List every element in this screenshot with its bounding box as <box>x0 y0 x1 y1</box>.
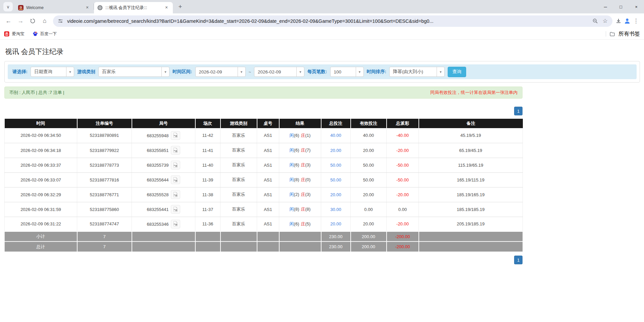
game-kind-select[interactable]: 百家乐 ▾ <box>98 67 169 77</box>
page-1-button[interactable]: 1 <box>514 107 523 115</box>
video-replay-button[interactable] <box>171 175 180 184</box>
banker-result: 庄 <box>301 148 305 153</box>
date-end-select[interactable]: 2026-02-09 ▾ <box>254 67 304 77</box>
baidu-paw-icon <box>33 31 38 37</box>
table-header-row: 时间注单编号局号场次游戏类别桌号结果总投注有效投注总派彩备注 <box>5 119 523 128</box>
records-table-body: 2026-02-09 06:34:50 523188780891 6832559… <box>5 128 523 231</box>
video-replay-button[interactable] <box>171 220 180 228</box>
result-cell: 闲(8)庄(8) <box>279 202 321 217</box>
bookmark-taobao[interactable]: 爱淘宝 <box>4 31 24 37</box>
search-button[interactable]: 查询 <box>448 67 466 77</box>
query-type-select[interactable]: 日期查询 ▾ <box>31 67 74 77</box>
remark-cell: 45.19/5.19 <box>419 128 523 143</box>
new-tab-button[interactable]: + <box>176 2 185 11</box>
tab-bar: ∨ Welcome × :::视讯 会员下注纪录::: × + ─ □ × <box>0 0 644 13</box>
table-no-cell: AS1 <box>257 172 279 187</box>
total-row: 总计 7 230.00 200.00 -200.00 <box>5 241 523 252</box>
bookmark-baidu[interactable]: 百度一下 <box>33 31 57 37</box>
per-page-select[interactable]: 100 ▾ <box>330 67 364 77</box>
table-row: 2026-02-09 06:34:50 523188780891 6832559… <box>5 128 523 143</box>
table-no-cell: AS1 <box>257 143 279 158</box>
time-cell: 2026-02-09 06:33:07 <box>5 172 77 187</box>
session-cell: 11-41 <box>195 143 220 158</box>
table-no-cell: AS1 <box>257 158 279 172</box>
menu-icon[interactable]: ⋮ <box>633 18 639 24</box>
game-kind-cell: 百家乐 <box>220 172 257 187</box>
game-kind-cell: 百家乐 <box>220 187 257 202</box>
tab-welcome[interactable]: Welcome × <box>15 2 94 13</box>
currency-summary: 币别 : 人民币 | 总共 :7 注单 | <box>9 90 64 96</box>
total-payout: -200.00 <box>387 241 419 252</box>
reload-icon <box>30 18 36 24</box>
reload-button[interactable] <box>27 15 38 27</box>
chevron-down-icon: ▾ <box>356 67 363 76</box>
minimize-button[interactable]: ─ <box>598 0 613 13</box>
session-cell: 11-40 <box>195 158 220 172</box>
video-replay-button[interactable] <box>171 161 180 169</box>
per-page-label: 每页笔数: <box>307 69 327 75</box>
bookmark-star-icon[interactable]: ☆ <box>602 18 608 24</box>
total-bet-cell: 20.00 <box>321 187 351 202</box>
video-replay-button[interactable] <box>171 146 180 155</box>
bet-id-cell: 523188774747 <box>77 217 132 231</box>
banker-result: 庄 <box>301 207 305 212</box>
back-button[interactable]: ← <box>3 15 14 27</box>
round-cell: 683255644 <box>132 172 195 187</box>
page-1-button[interactable]: 1 <box>514 256 523 264</box>
globe-icon <box>97 5 103 10</box>
tab-betrecord[interactable]: :::视讯 会员下注纪录::: × <box>94 2 173 13</box>
result-cell: 闲(6)庄(7) <box>279 143 321 158</box>
video-replay-button[interactable] <box>171 205 180 214</box>
table-header-cell: 总派彩 <box>387 119 419 128</box>
window-controls: ─ □ × <box>598 0 644 13</box>
payout-cell: -20.00 <box>387 143 419 158</box>
bookmarks-bar: 爱淘宝 百度一下 所有书签 <box>0 29 644 40</box>
chevron-down-icon: ▾ <box>437 67 444 76</box>
round-id: 683255346 <box>147 221 168 226</box>
table-row: 2026-02-09 06:32:29 523188776771 6832555… <box>5 187 523 202</box>
bet-id-cell: 523188777816 <box>77 172 132 187</box>
date-start-select[interactable]: 2026-02-09 ▾ <box>195 67 246 77</box>
tab-search-button[interactable]: ∨ <box>3 2 13 11</box>
forward-button[interactable]: → <box>15 15 26 27</box>
round-id: 683255644 <box>147 177 168 182</box>
zoom-icon[interactable] <box>592 18 598 24</box>
folder-icon <box>609 31 615 37</box>
game-kind-cell: 百家乐 <box>220 202 257 217</box>
video-replay-button[interactable] <box>171 131 180 140</box>
table-header-cell: 局号 <box>132 119 195 128</box>
round-cell: 683255528 <box>132 187 195 202</box>
tab-title: :::视讯 会员下注纪录::: <box>105 5 161 11</box>
all-bookmarks[interactable]: 所有书签 <box>606 31 640 38</box>
site-info-icon[interactable] <box>57 18 64 24</box>
summary-bar: 币别 : 人民币 | 总共 :7 注单 | 同局有效投注，统一计算在该局第一张注… <box>4 87 523 99</box>
table-header-cell: 结果 <box>279 119 321 128</box>
payout-cell: -50.00 <box>387 172 419 187</box>
maximize-button[interactable]: □ <box>613 0 629 13</box>
pagination-top: 1 <box>4 107 523 115</box>
downloads-icon[interactable] <box>615 18 622 24</box>
total-count: 7 <box>77 241 132 252</box>
video-file-icon <box>172 162 179 168</box>
address-bar[interactable]: videoie.com/game/betrecord_search/kind3?… <box>53 15 612 27</box>
tab-close-icon[interactable]: × <box>84 5 90 11</box>
banker-result: 庄 <box>301 192 305 197</box>
sort-select[interactable]: 降幂(由大到小) ▾ <box>389 67 445 77</box>
profile-icon[interactable] <box>624 18 631 24</box>
subtotal-row: 小计 7 230.00 200.00 -200.00 <box>5 231 523 241</box>
table-header-cell: 时间 <box>5 119 77 128</box>
tab-close-icon[interactable]: × <box>163 5 169 11</box>
banker-result: 庄 <box>301 221 305 226</box>
time-cell: 2026-02-09 06:34:50 <box>5 128 77 143</box>
bet-id-cell: 523188779922 <box>77 143 132 158</box>
table-header-cell: 游戏类别 <box>220 119 257 128</box>
video-file-icon <box>172 221 179 227</box>
home-button[interactable]: ⌂ <box>39 15 50 27</box>
banker-result: 庄 <box>301 177 305 182</box>
total-total-bet: 230.00 <box>321 241 351 252</box>
video-replay-button[interactable] <box>171 190 180 199</box>
close-button[interactable]: × <box>629 0 644 13</box>
video-file-icon <box>172 206 179 212</box>
video-file-icon <box>172 177 179 183</box>
game-kind-label: 游戏类别 <box>77 69 95 75</box>
